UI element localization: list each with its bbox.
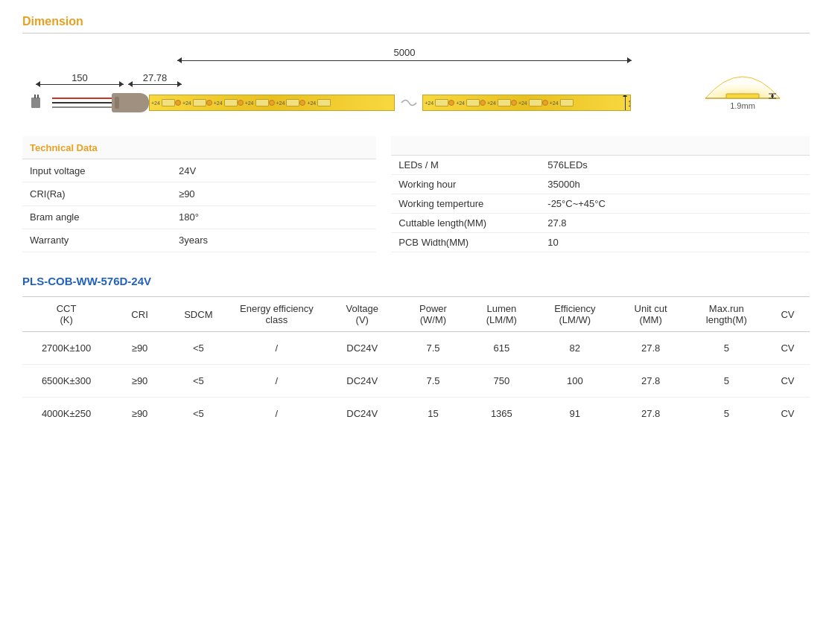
col-header-efficiency: Efficiency(LM/W) xyxy=(536,297,614,332)
tech-label-warranty: Warranty xyxy=(22,229,171,252)
tech-row-pcb: PCB Width(MM) 10 xyxy=(391,233,810,252)
tech-header-row: Technical Data xyxy=(22,136,376,159)
tech-row-cri: CRI(Ra) ≥90 xyxy=(22,182,376,205)
cell-unitcut-4000: 27.8 xyxy=(614,398,687,430)
tech-label-hours: Working hour xyxy=(391,175,540,194)
lamp-diagram: 1.9mm xyxy=(683,48,802,113)
svg-rect-4 xyxy=(726,94,759,98)
cell-cri-6500: ≥90 xyxy=(110,365,169,398)
cell-sdcm-4000: <5 xyxy=(169,398,228,430)
col-header-maxrun: Max.runlength(M) xyxy=(687,297,766,332)
wire-lines xyxy=(52,96,112,109)
tech-label-temp: Working temperture xyxy=(391,194,540,214)
tech-row-hours: Working hour 35000h xyxy=(391,175,810,194)
cell-energy-6500: / xyxy=(228,365,326,398)
dim-pitch-label: 27.78 xyxy=(128,72,182,83)
dim-5000-label: 5000 xyxy=(177,47,632,58)
tech-left-table: Technical Data Input voltage 24V CRI(Ra)… xyxy=(22,136,376,252)
col-header-sdcm: SDCM xyxy=(169,297,228,332)
tech-label-angle: Bram angle xyxy=(22,205,171,229)
tech-right-table: LEDs / M 576LEDs Working hour 35000h Wor… xyxy=(391,136,810,252)
product-table-header-row: CCT(K) CRI SDCM Energy efficiencyclass V… xyxy=(22,297,810,332)
cell-power-4000: 15 xyxy=(399,398,468,430)
tech-row-voltage: Input voltage 24V xyxy=(22,159,376,182)
col-header-voltage: Voltage(V) xyxy=(326,297,398,332)
strip-break-icon xyxy=(398,95,420,111)
svg-rect-2 xyxy=(37,95,39,98)
tech-value-cri: ≥90 xyxy=(171,182,376,205)
section-title-dimension: Dimension xyxy=(22,15,810,34)
cell-cri-4000: ≥90 xyxy=(110,398,169,430)
col-header-unitcut: Unit cut(MM) xyxy=(614,297,687,332)
strip-diagram: 5000 150 27.78 xyxy=(30,47,641,114)
tech-row-warranty: Warranty 3years xyxy=(22,229,376,252)
product-row-4000: 4000K±250 ≥90 <5 / DC24V 15 1365 91 27.8… xyxy=(22,398,810,430)
cell-sdcm-2700: <5 xyxy=(169,332,228,365)
connector-body xyxy=(112,93,149,112)
dim-150-label: 150 xyxy=(36,72,124,83)
tech-row-cuttable: Cuttable length(MM) 27.8 xyxy=(391,214,810,233)
cell-lumen-2700: 615 xyxy=(467,332,536,365)
tech-row-temp: Working temperture -25°C~+45°C xyxy=(391,194,810,214)
lamp-svg xyxy=(698,48,787,100)
cell-sdcm-6500: <5 xyxy=(169,365,228,398)
tech-value-hours: 35000h xyxy=(540,175,810,194)
led-strip-wrapper: +24 +24 +24 +24 +24 xyxy=(149,95,641,111)
col-header-energy: Energy efficiencyclass xyxy=(228,297,326,332)
cell-voltage-2700: DC24V xyxy=(326,332,398,365)
cell-power-6500: 7.5 xyxy=(399,365,468,398)
col-header-power: Power(W/M) xyxy=(399,297,468,332)
cell-maxrun-2700: 5 xyxy=(687,332,766,365)
cell-cv-4000: CV xyxy=(766,398,810,430)
tech-value-voltage: 24V xyxy=(171,159,376,182)
cell-cv-6500: CV xyxy=(766,365,810,398)
tech-value-leds: 576LEDs xyxy=(540,156,810,175)
cell-unitcut-6500: 27.8 xyxy=(614,365,687,398)
tech-header-cell: Technical Data xyxy=(22,136,376,159)
svg-rect-1 xyxy=(34,95,36,98)
cell-power-2700: 7.5 xyxy=(399,332,468,365)
cell-unitcut-2700: 27.8 xyxy=(614,332,687,365)
tech-value-warranty: 3years xyxy=(171,229,376,252)
tech-label-cri: CRI(Ra) xyxy=(22,182,171,205)
cell-energy-2700: / xyxy=(228,332,326,365)
cell-cri-2700: ≥90 xyxy=(110,332,169,365)
cell-cct-6500: 6500K±300 xyxy=(22,365,110,398)
cell-cv-2700: CV xyxy=(766,332,810,365)
plug-icon xyxy=(30,92,52,114)
tech-label-voltage: Input voltage xyxy=(22,159,171,182)
cell-voltage-6500: DC24V xyxy=(326,365,398,398)
tech-value-pcb: 10 xyxy=(540,233,810,252)
width-10-label: 10 xyxy=(628,100,631,108)
cell-lumen-4000: 1365 xyxy=(467,398,536,430)
col-header-cct: CCT(K) xyxy=(22,297,110,332)
tech-label-leds: LEDs / M xyxy=(391,156,540,175)
tech-right-header-row xyxy=(391,136,810,156)
product-table: CCT(K) CRI SDCM Energy efficiencyclass V… xyxy=(22,296,810,430)
col-header-cv: CV xyxy=(766,297,810,332)
technical-data-section: Technical Data Input voltage 24V CRI(Ra)… xyxy=(22,136,810,252)
cell-lumen-6500: 750 xyxy=(467,365,536,398)
cell-voltage-4000: DC24V xyxy=(326,398,398,430)
tech-row-leds: LEDs / M 576LEDs xyxy=(391,156,810,175)
product-row-2700: 2700K±100 ≥90 <5 / DC24V 7.5 615 82 27.8… xyxy=(22,332,810,365)
svg-rect-0 xyxy=(31,98,40,108)
tech-value-cuttable: 27.8 xyxy=(540,214,810,233)
dimension-area: 5000 150 27.78 xyxy=(22,47,810,114)
col-header-cri: CRI xyxy=(110,297,169,332)
thickness-value-label: 1.9mm xyxy=(730,101,755,110)
product-row-6500: 6500K±300 ≥90 <5 / DC24V 7.5 750 100 27.… xyxy=(22,365,810,398)
cell-efficiency-6500: 100 xyxy=(536,365,614,398)
tech-label-pcb: PCB Width(MM) xyxy=(391,233,540,252)
cell-cct-2700: 2700K±100 xyxy=(22,332,110,365)
tech-row-angle: Bram angle 180° xyxy=(22,205,376,229)
cell-efficiency-2700: 82 xyxy=(536,332,614,365)
cell-energy-4000: / xyxy=(228,398,326,430)
dimension-section: Dimension 5000 150 27.78 xyxy=(22,15,810,114)
product-section: PLS-COB-WW-576D-24V CCT(K) CRI SDCM Ener… xyxy=(22,275,810,430)
cell-maxrun-4000: 5 xyxy=(687,398,766,430)
cell-efficiency-4000: 91 xyxy=(536,398,614,430)
col-header-lumen: Lumen(LM/M) xyxy=(467,297,536,332)
cell-cct-4000: 4000K±250 xyxy=(22,398,110,430)
cell-maxrun-6500: 5 xyxy=(687,365,766,398)
